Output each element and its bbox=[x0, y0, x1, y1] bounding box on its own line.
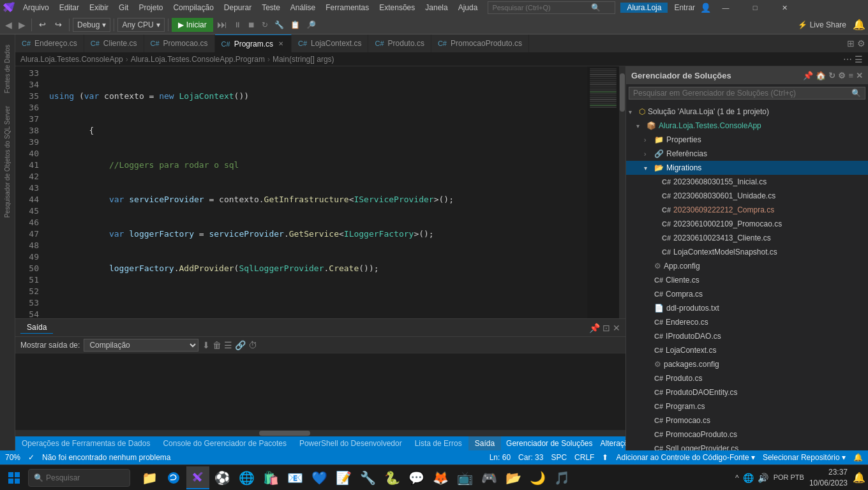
tree-item-migration-2[interactable]: C# 20230608030601_Unidade.cs bbox=[626, 189, 868, 203]
bottom-gerenciador[interactable]: Gerenciador de Soluções bbox=[506, 439, 592, 448]
tree-item-ddl[interactable]: 📄 ddl-produtos.txt bbox=[626, 301, 868, 315]
solution-search-input[interactable] bbox=[633, 89, 851, 98]
tree-item-migration-3[interactable]: C# 20230609222212_Compra.cs bbox=[626, 203, 868, 217]
split-editor-icon[interactable]: ⊞ bbox=[847, 38, 855, 48]
menu-item-ferramentas[interactable]: Ferramentas bbox=[320, 2, 374, 13]
tree-item-promocaoproduto[interactable]: C# PromocaoProduto.cs bbox=[626, 427, 868, 442]
search-input[interactable] bbox=[492, 4, 591, 11]
play-button[interactable]: ▶ Iniciar bbox=[172, 18, 213, 32]
bottom-tab-operacoes[interactable]: Operações de Ferramentas de Dados bbox=[15, 436, 156, 450]
tree-item-sqllogger[interactable]: C# SqlLoggerProvider.cs bbox=[626, 442, 868, 450]
breadcrumb-part-2[interactable]: Main(string[] args) bbox=[273, 55, 334, 64]
output-close-icon[interactable]: ✕ bbox=[613, 323, 620, 333]
systray-volume[interactable]: 🔊 bbox=[758, 473, 768, 483]
taskbar-app-vlc[interactable]: 🎵 bbox=[550, 466, 573, 489]
tab-program[interactable]: C# Program.cs ✕ bbox=[215, 34, 292, 52]
systray-arrow[interactable]: ^ bbox=[735, 473, 739, 482]
step-over[interactable]: ⏭ bbox=[214, 18, 230, 32]
output-source-select[interactable]: Compilação Depurar NuGet bbox=[84, 339, 198, 352]
bottom-tab-console[interactable]: Console do Gerenciador de Pacotes bbox=[156, 436, 292, 450]
taskbar-notification-icon[interactable]: 🔔 bbox=[853, 471, 865, 484]
liveshare-button[interactable]: ⚡ Live Share bbox=[798, 20, 846, 29]
bottom-alteracoes[interactable]: Alterações do Git bbox=[601, 439, 626, 448]
breadcrumb-action-1[interactable]: ⋯ bbox=[843, 54, 852, 64]
breadcrumb-part-1[interactable]: Alura.Loja.Testes.ConsoleApp.Program bbox=[131, 55, 265, 64]
bottom-tab-saida[interactable]: Saída bbox=[468, 436, 501, 450]
solution-close-icon[interactable]: ✕ bbox=[856, 71, 863, 80]
tab-cliente[interactable]: C# Cliente.cs bbox=[84, 34, 144, 52]
tree-item-programcs[interactable]: C# Program.cs bbox=[626, 399, 868, 413]
nav-back[interactable]: ◀ bbox=[3, 19, 15, 31]
notifications-icon[interactable]: 🔔 bbox=[853, 19, 865, 31]
taskbar-app-pycharm[interactable]: 🐍 bbox=[380, 466, 403, 489]
taskbar-app-chrome[interactable]: 🌐 bbox=[235, 466, 258, 489]
tab-endereco[interactable]: C# Endereço.cs bbox=[15, 34, 84, 52]
nav-forward[interactable]: ▶ bbox=[16, 19, 28, 31]
tree-item-migrations[interactable]: ▾ 📂 Migrations bbox=[626, 161, 868, 175]
tree-item-migration-5[interactable]: C# 20230610023413_Cliente.cs bbox=[626, 231, 868, 245]
tab-promocao[interactable]: C# Promocao.cs bbox=[144, 34, 215, 52]
undo-btn[interactable]: ↩ bbox=[35, 19, 50, 31]
tree-item-enderecocs[interactable]: C# Endereco.cs bbox=[626, 315, 868, 329]
bottom-tab-powershell[interactable]: PowerShell do Desenvolvedor bbox=[293, 436, 408, 450]
taskbar-app-tv[interactable]: 📺 bbox=[453, 466, 476, 489]
breadcrumb-part-0[interactable]: Alura.Loja.Testes.ConsoleApp bbox=[20, 55, 123, 64]
output-btn1[interactable]: ⬇ bbox=[202, 340, 210, 350]
tree-item-properties[interactable]: › 📁 Properties bbox=[626, 133, 868, 147]
menu-item-teste[interactable]: Teste bbox=[257, 2, 285, 13]
toolbar-btn1[interactable]: ⏸ bbox=[231, 19, 244, 31]
menu-item-ajuda[interactable]: Ajuda bbox=[453, 2, 483, 13]
tree-item-promocaocs[interactable]: C# Promocao.cs bbox=[626, 413, 868, 427]
tree-item-compracs[interactable]: C# Compra.cs bbox=[626, 287, 868, 301]
menu-item-depurar[interactable]: Depurar bbox=[219, 2, 257, 13]
taskbar-app-edge[interactable] bbox=[162, 466, 185, 489]
taskbar-app-mail[interactable]: 📧 bbox=[283, 466, 306, 489]
taskbar-app-explorer[interactable]: 📁 bbox=[138, 466, 161, 489]
taskbar-app-moon[interactable]: 🌙 bbox=[526, 466, 549, 489]
window-maximize[interactable]: □ bbox=[740, 0, 770, 15]
output-pin-icon[interactable]: 📌 bbox=[589, 323, 600, 333]
output-btn5[interactable]: ⏱ bbox=[248, 340, 257, 350]
sidebar-item-pesquisador[interactable]: Pesquisador de Objetos do SQL Server bbox=[3, 101, 12, 223]
tree-item-produtodao[interactable]: C# ProdutoDAOEntity.cs bbox=[626, 385, 868, 399]
taskbar-app-folder2[interactable]: 📂 bbox=[502, 466, 525, 489]
toolbar-btn2[interactable]: ⏹ bbox=[245, 19, 258, 31]
toolbar-btn5[interactable]: 📋 bbox=[288, 19, 303, 31]
taskbar-search-box[interactable]: 🔍 bbox=[28, 469, 130, 487]
menu-item-git[interactable]: Git bbox=[114, 2, 133, 13]
taskbar-app-word[interactable]: 📝 bbox=[332, 466, 355, 489]
taskbar-app-soccer[interactable]: ⚽ bbox=[211, 466, 234, 489]
menu-item-editar[interactable]: Editar bbox=[54, 2, 84, 13]
taskbar-app-firefox[interactable]: 🦊 bbox=[429, 466, 452, 489]
menu-search[interactable]: 🔍 bbox=[488, 1, 615, 14]
tree-item-iprodutodao[interactable]: C# IProdutoDAO.cs bbox=[626, 329, 868, 343]
tab-close-btn[interactable]: ✕ bbox=[277, 40, 285, 47]
systray-network[interactable]: 🌐 bbox=[743, 473, 754, 483]
bottom-tab-erros[interactable]: Lista de Erros bbox=[408, 436, 468, 450]
debug-dropdown[interactable]: Debug▾ bbox=[73, 18, 110, 32]
menu-item-janela[interactable]: Janela bbox=[420, 2, 453, 13]
solution-pin-icon[interactable]: 📌 bbox=[803, 71, 813, 80]
window-minimize[interactable]: — bbox=[711, 0, 740, 15]
horizontal-scrollbar[interactable] bbox=[15, 430, 625, 436]
taskbar-app-store[interactable]: 🛍️ bbox=[259, 466, 282, 489]
menu-item-extensoes[interactable]: Extensões bbox=[374, 2, 420, 13]
tree-item-references[interactable]: › 🔗 Referências bbox=[626, 147, 868, 161]
solution-refresh-icon[interactable]: ↻ bbox=[828, 71, 835, 80]
tree-item-appconfig[interactable]: ⚙ App.config bbox=[626, 259, 868, 273]
tab-settings-icon[interactable]: ⚙ bbox=[857, 38, 865, 48]
scrollbar-thumb[interactable] bbox=[620, 73, 625, 112]
cpu-dropdown[interactable]: Any CPU▾ bbox=[117, 18, 164, 32]
taskbar-app-skype[interactable]: 💬 bbox=[405, 466, 428, 489]
tree-item-project[interactable]: ▾ 📦 Alura.Loja.Testes.ConsoleApp bbox=[626, 119, 868, 133]
solution-home-icon[interactable]: 🏠 bbox=[816, 71, 826, 80]
menu-item-exibir[interactable]: Exibir bbox=[84, 2, 114, 13]
tab-lojacontext[interactable]: C# LojaContext.cs bbox=[292, 34, 368, 52]
tab-produto[interactable]: C# Produto.cs bbox=[368, 34, 431, 52]
solution-settings-icon[interactable]: ⚙ bbox=[838, 71, 846, 80]
redo-btn[interactable]: ↪ bbox=[51, 19, 66, 31]
output-btn2[interactable]: 🗑 bbox=[213, 340, 221, 350]
output-content[interactable] bbox=[15, 353, 625, 430]
taskbar-app-vscode[interactable]: 💙 bbox=[308, 466, 331, 489]
code-content[interactable]: using (var contexto = new LojaContext())… bbox=[44, 66, 587, 318]
